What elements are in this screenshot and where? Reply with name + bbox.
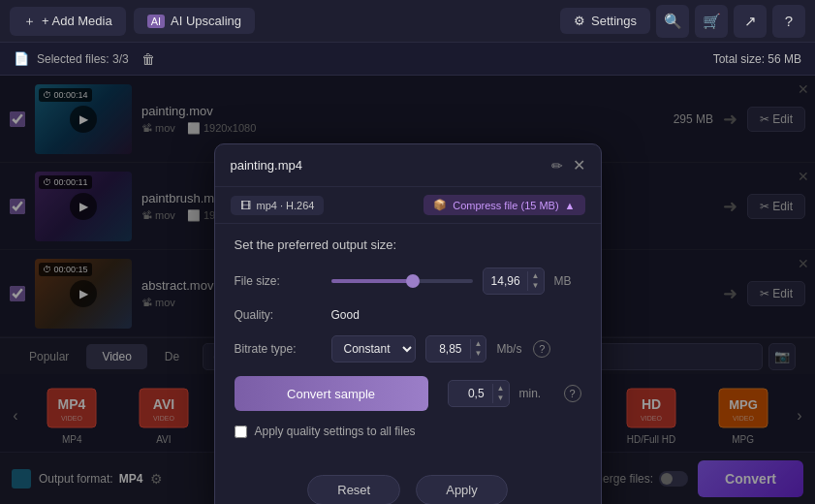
apply-label: Apply bbox=[446, 483, 478, 497]
slider-thumb[interactable] bbox=[406, 274, 420, 288]
file-size-value: 14,96 bbox=[484, 274, 527, 288]
add-media-label: + Add Media bbox=[42, 14, 112, 28]
total-size-label: Total size: 56 MB bbox=[713, 52, 801, 66]
search-button[interactable]: 🔍 bbox=[656, 5, 689, 38]
quality-value: Good bbox=[331, 308, 360, 322]
sample-unit: min. bbox=[519, 387, 554, 400]
ai-upscaling-button[interactable]: AI AI Upscaling bbox=[134, 8, 255, 34]
apply-all-label: Apply quality settings to all files bbox=[255, 425, 416, 438]
add-media-button[interactable]: ＋ + Add Media bbox=[10, 7, 126, 36]
file-size-unit: MB bbox=[554, 274, 581, 288]
bitrate-row: Bitrate type: Constant Variable 8,85 ▲ ▼… bbox=[235, 335, 581, 362]
bitrate-value: 8,85 bbox=[426, 342, 470, 356]
convert-sample-button[interactable]: Convert sample bbox=[235, 376, 428, 411]
file-size-down[interactable]: ▼ bbox=[528, 281, 544, 291]
modal-body: Set the preferred output size: File size… bbox=[215, 224, 601, 465]
compress-text: Compress file (15 MB) bbox=[453, 200, 558, 211]
file-size-row: File size: 14,96 ▲ ▼ MB bbox=[235, 268, 581, 295]
format-text: mp4 · H.264 bbox=[257, 200, 315, 211]
convert-sample-row: Convert sample 0,5 ▲ ▼ min. ? bbox=[235, 376, 581, 411]
share-button[interactable]: ↗ bbox=[734, 5, 767, 38]
file-size-number-input[interactable]: 14,96 ▲ ▼ bbox=[483, 268, 545, 295]
slider-track bbox=[331, 279, 473, 283]
file-size-label: File size: bbox=[235, 274, 322, 288]
format-icon: 🎞 bbox=[240, 200, 251, 211]
file-size-up[interactable]: ▲ bbox=[528, 271, 544, 281]
ai-icon: AI bbox=[147, 15, 165, 28]
modal-title: painting.mp4 bbox=[231, 158, 542, 173]
bitrate-help-icon[interactable]: ? bbox=[533, 340, 550, 358]
file-icon: 📄 bbox=[14, 51, 29, 66]
quality-label: Quality: bbox=[235, 308, 322, 322]
format-badge: 🎞 mp4 · H.264 bbox=[231, 196, 325, 215]
cart-icon: 🛒 bbox=[703, 13, 721, 30]
reset-label: Reset bbox=[337, 483, 370, 497]
top-bar: ＋ + Add Media AI AI Upscaling ⚙ Settings… bbox=[0, 0, 815, 43]
bitrate-label: Bitrate type: bbox=[235, 342, 322, 356]
modal-footer: Reset Apply bbox=[215, 465, 601, 504]
settings-button[interactable]: ⚙ Settings bbox=[560, 8, 650, 34]
compress-badge[interactable]: 📦 Compress file (15 MB) ▲ bbox=[423, 195, 584, 215]
modal-body-title: Set the preferred output size: bbox=[235, 237, 581, 252]
bitrate-down[interactable]: ▼ bbox=[471, 349, 486, 359]
reset-button[interactable]: Reset bbox=[307, 475, 400, 504]
slider-fill bbox=[331, 279, 414, 283]
sample-down[interactable]: ▼ bbox=[493, 394, 509, 403]
convert-sample-label: Convert sample bbox=[287, 387, 375, 401]
sample-arrows: ▲ ▼ bbox=[492, 384, 509, 403]
settings-icon: ⚙ bbox=[574, 14, 585, 28]
top-bar-right: ⚙ Settings 🔍 🛒 ↗ ? bbox=[560, 5, 805, 38]
modal-header: painting.mp4 ✏ ✕ bbox=[215, 144, 601, 187]
share-icon: ↗ bbox=[744, 13, 757, 30]
apply-all-checkbox[interactable] bbox=[235, 425, 247, 438]
sample-number-input[interactable]: 0,5 ▲ ▼ bbox=[448, 380, 510, 407]
settings-label: Settings bbox=[591, 14, 637, 28]
sample-help-icon[interactable]: ? bbox=[564, 385, 581, 402]
modal-sub-header: 🎞 mp4 · H.264 📦 Compress file (15 MB) ▲ bbox=[215, 187, 601, 224]
help-button[interactable]: ? bbox=[772, 5, 805, 38]
file-size-arrows: ▲ ▼ bbox=[527, 271, 544, 291]
compress-modal: painting.mp4 ✏ ✕ 🎞 mp4 · H.264 📦 Compres… bbox=[214, 143, 602, 504]
compress-icon: 📦 bbox=[433, 199, 447, 211]
bitrate-up[interactable]: ▲ bbox=[471, 339, 486, 349]
selected-files-label: Selected files: 3/3 bbox=[37, 52, 129, 66]
search-icon: 🔍 bbox=[664, 13, 682, 30]
file-size-slider-container[interactable] bbox=[331, 271, 473, 291]
cart-button[interactable]: 🛒 bbox=[695, 5, 728, 38]
modal-edit-button[interactable]: ✏ bbox=[551, 158, 563, 173]
bitrate-arrows: ▲ ▼ bbox=[470, 339, 486, 359]
ai-upscaling-label: AI Upscaling bbox=[171, 14, 241, 28]
compress-chevron: ▲ bbox=[565, 200, 576, 211]
file-bar: 📄 Selected files: 3/3 🗑 Total size: 56 M… bbox=[0, 43, 815, 76]
plus-icon: ＋ bbox=[23, 13, 36, 30]
bitrate-type-select[interactable]: Constant Variable bbox=[331, 335, 416, 362]
apply-all-row: Apply quality settings to all files bbox=[235, 425, 581, 438]
modal-close-button[interactable]: ✕ bbox=[573, 156, 585, 174]
bitrate-unit: Mb/s bbox=[496, 342, 523, 356]
question-icon: ? bbox=[785, 13, 793, 29]
quality-row: Quality: Good bbox=[235, 308, 581, 322]
delete-button[interactable]: 🗑 bbox=[137, 49, 160, 69]
sample-up[interactable]: ▲ bbox=[493, 384, 509, 394]
apply-button[interactable]: Apply bbox=[416, 475, 508, 504]
modal-overlay: painting.mp4 ✏ ✕ 🎞 mp4 · H.264 📦 Compres… bbox=[0, 76, 815, 504]
sample-value: 0,5 bbox=[449, 387, 492, 400]
bitrate-number-input[interactable]: 8,85 ▲ ▼ bbox=[425, 335, 487, 362]
